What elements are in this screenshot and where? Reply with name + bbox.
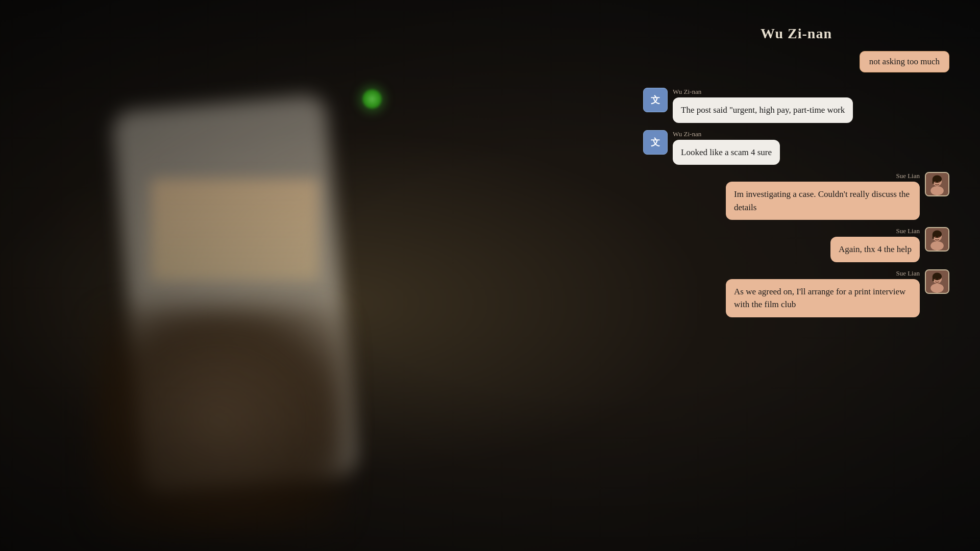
bubble-2: The post said "urgent, high pay, part-ti… (673, 97, 853, 123)
msg-content-6: Sue Lian As we agreed on, I'll arrange f… (726, 269, 920, 317)
message-row-1: not asking too much (643, 51, 949, 78)
message-row-6: Sue Lian As we agreed on, I'll arrange f… (643, 269, 949, 317)
phone-screen-blur (151, 179, 319, 281)
avatar-wuzin-symbol: 文 (651, 94, 660, 106)
svg-point-5 (935, 181, 936, 183)
chat-panel: Wu Zi-nan not asking too much 文 Wu Zi-na… (643, 26, 949, 317)
sender-label-2: Wu Zi-nan (673, 88, 853, 96)
svg-point-6 (938, 181, 940, 183)
bubble-1: not asking too much (860, 51, 949, 72)
msg-content-2: Wu Zi-nan The post said "urgent, high pa… (673, 88, 853, 123)
svg-point-17 (933, 272, 942, 280)
svg-point-10 (933, 231, 942, 238)
chat-contact-name: Wu Zi-nan (643, 26, 949, 42)
msg-content-5: Sue Lian Again, thx 4 the help (830, 227, 920, 262)
sender-label-3: Wu Zi-nan (673, 130, 780, 138)
svg-point-13 (938, 236, 940, 238)
avatar-wuzin-symbol-2: 文 (651, 136, 660, 148)
svg-point-3 (933, 176, 942, 183)
avatar-sue-2 (925, 227, 949, 252)
avatar-sue-1 (925, 172, 949, 196)
sue-avatar-svg-3 (926, 269, 948, 294)
svg-point-2 (930, 186, 944, 195)
svg-point-12 (935, 236, 936, 238)
msg-content-3: Wu Zi-nan Looked like a scam 4 sure (673, 130, 780, 165)
hand-blur (92, 306, 347, 536)
sender-label-4: Sue Lian (726, 172, 920, 180)
svg-rect-11 (933, 234, 934, 239)
sue-avatar-svg-1 (926, 172, 948, 196)
svg-point-9 (930, 241, 944, 251)
svg-point-19 (935, 279, 936, 280)
svg-rect-18 (933, 276, 934, 281)
avatar-sue-3 (925, 269, 949, 294)
avatar-wuzin-2: 文 (643, 130, 668, 155)
messages-list: not asking too much 文 Wu Zi-nan The post… (643, 51, 949, 317)
svg-point-16 (930, 283, 944, 292)
bubble-6: As we agreed on, I'll arrange for a prin… (726, 279, 920, 317)
bubble-4: Im investigating a case. Couldn't really… (726, 182, 920, 220)
avatar-wuzin-1: 文 (643, 88, 668, 112)
message-row-2: 文 Wu Zi-nan The post said "urgent, high … (643, 88, 949, 123)
svg-point-20 (938, 279, 940, 280)
bubble-3: Looked like a scam 4 sure (673, 140, 780, 165)
sender-label-5: Sue Lian (830, 227, 920, 235)
sender-label-6: Sue Lian (726, 269, 920, 278)
bubble-5: Again, thx 4 the help (830, 237, 920, 262)
message-row-4: Sue Lian Im investigating a case. Couldn… (643, 172, 949, 220)
sue-avatar-svg-2 (926, 227, 948, 252)
message-row-3: 文 Wu Zi-nan Looked like a scam 4 sure (643, 130, 949, 165)
svg-rect-4 (933, 179, 934, 184)
msg-content-4: Sue Lian Im investigating a case. Couldn… (726, 172, 920, 220)
green-light (362, 89, 382, 109)
message-row-5: Sue Lian Again, thx 4 the help (643, 227, 949, 262)
